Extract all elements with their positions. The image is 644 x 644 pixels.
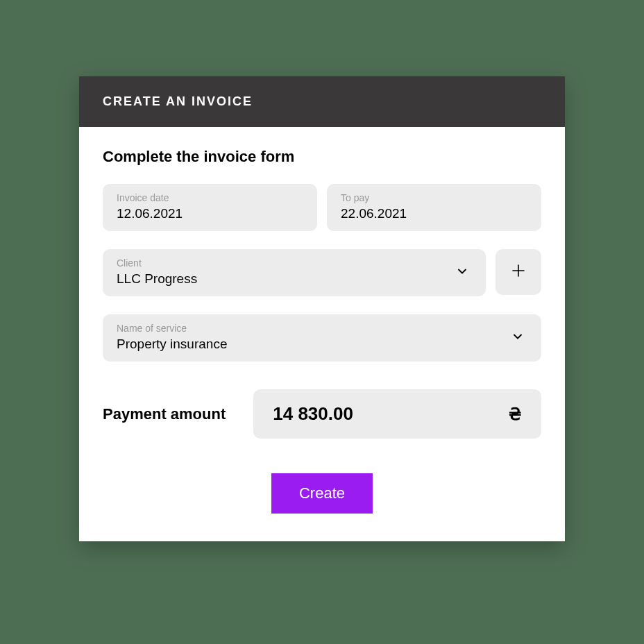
service-row: Name of service Property insurance: [103, 314, 541, 362]
client-row: Client LLC Progress: [103, 249, 541, 296]
invoice-date-value: 12.06.2021: [117, 206, 303, 221]
payment-amount-field[interactable]: 14 830.00 ₴: [253, 389, 541, 439]
amount-row: Payment amount 14 830.00 ₴: [103, 389, 541, 439]
chevron-down-icon: [455, 264, 469, 281]
to-pay-value: 22.06.2021: [341, 206, 527, 221]
client-label: Client: [117, 257, 447, 269]
invoice-card: CREATE AN INVOICE Complete the invoice f…: [79, 76, 565, 541]
client-value: LLC Progress: [117, 271, 447, 287]
plus-icon: [510, 262, 527, 282]
card-body: Complete the invoice form Invoice date 1…: [79, 127, 565, 541]
currency-icon: ₴: [509, 405, 522, 424]
service-select[interactable]: Name of service Property insurance: [103, 314, 541, 362]
chevron-down-icon: [511, 330, 525, 346]
to-pay-label: To pay: [341, 192, 527, 203]
service-label: Name of service: [117, 323, 502, 334]
invoice-date-field[interactable]: Invoice date 12.06.2021: [103, 184, 317, 231]
add-client-button[interactable]: [495, 249, 541, 295]
payment-amount-label: Payment amount: [103, 405, 226, 423]
create-row: Create: [103, 473, 541, 514]
to-pay-field[interactable]: To pay 22.06.2021: [327, 184, 541, 231]
card-header-title: CREATE AN INVOICE: [79, 76, 565, 127]
form-subtitle: Complete the invoice form: [103, 148, 541, 166]
client-select[interactable]: Client LLC Progress: [103, 249, 486, 296]
invoice-date-label: Invoice date: [117, 192, 303, 203]
payment-amount-value: 14 830.00: [273, 403, 353, 425]
date-row: Invoice date 12.06.2021 To pay 22.06.202…: [103, 184, 541, 231]
service-value: Property insurance: [117, 337, 502, 352]
create-button[interactable]: Create: [271, 473, 373, 514]
